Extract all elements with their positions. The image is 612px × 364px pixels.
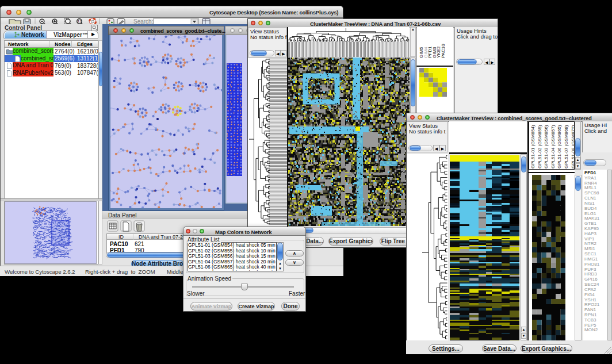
svg-text:1:1: 1:1	[78, 20, 82, 23]
